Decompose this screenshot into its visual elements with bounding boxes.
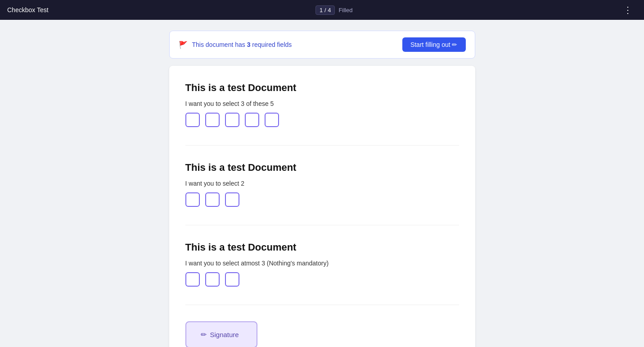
required-count: 3 [247, 41, 251, 48]
section-2-label: I want you to select 2 [185, 180, 459, 187]
checkbox-1-3[interactable] [225, 113, 239, 127]
filled-status: Filled [338, 7, 352, 14]
banner-left: 🚩 This document has 3 required fields [179, 41, 292, 49]
flag-icon: 🚩 [179, 41, 188, 49]
required-fields-banner: 🚩 This document has 3 required fields St… [169, 31, 475, 59]
start-filling-button[interactable]: Start filling out ✏ [402, 37, 466, 52]
section-3-title: This is a test Document [185, 242, 459, 253]
checkbox-3-2[interactable] [205, 272, 220, 287]
divider-3 [185, 305, 459, 305]
section-2-title: This is a test Document [185, 162, 459, 174]
section-3: This is a test Document I want you to se… [185, 242, 459, 287]
checkbox-3-3[interactable] [225, 272, 239, 287]
checkbox-2-1[interactable] [185, 192, 200, 207]
checkbox-1-4[interactable] [245, 113, 259, 127]
section-2-checkboxes [185, 192, 459, 207]
document-card: This is a test Document I want you to se… [169, 66, 475, 347]
main-content: 🚩 This document has 3 required fields St… [0, 20, 644, 347]
more-menu-button[interactable]: ⋮ [620, 3, 637, 17]
section-1-checkboxes [185, 113, 459, 127]
section-1: This is a test Document I want you to se… [185, 82, 459, 127]
checkbox-2-2[interactable] [205, 192, 220, 207]
app-title: Checkbox Test [7, 6, 49, 14]
section-1-label: I want you to select 3 of these 5 [185, 100, 459, 107]
header-center: 1 / 4 Filled [315, 5, 352, 15]
signature-field[interactable]: ✏ Signature [185, 321, 257, 347]
divider-2 [185, 225, 459, 225]
signature-label: Signature [210, 331, 239, 338]
section-2: This is a test Document I want you to se… [185, 162, 459, 207]
center-column: 🚩 This document has 3 required fields St… [169, 31, 475, 347]
checkbox-2-3[interactable] [225, 192, 239, 207]
banner-text: This document has 3 required fields [192, 41, 292, 48]
section-1-title: This is a test Document [185, 82, 459, 94]
checkbox-1-1[interactable] [185, 113, 200, 127]
section-3-checkboxes [185, 272, 459, 287]
checkbox-1-5[interactable] [265, 113, 279, 127]
section-3-label: I want you to select atmost 3 (Nothing's… [185, 260, 459, 267]
app-header: Checkbox Test 1 / 4 Filled ⋮ [0, 0, 644, 20]
divider-1 [185, 145, 459, 146]
checkbox-3-1[interactable] [185, 272, 200, 287]
checkbox-1-2[interactable] [205, 113, 220, 127]
page-badge: 1 / 4 [315, 5, 335, 15]
start-filling-label: Start filling out ✏ [410, 41, 458, 48]
pen-icon: ✏ [201, 330, 207, 339]
